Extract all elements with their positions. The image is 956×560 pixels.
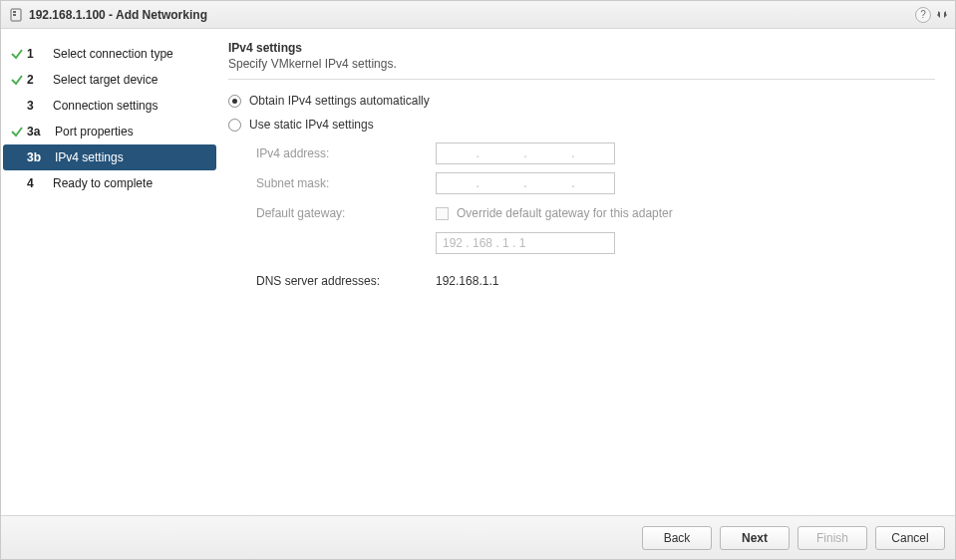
row-dns: DNS server addresses: 192.168.1.1	[256, 269, 935, 293]
step-label: Select connection type	[53, 47, 173, 61]
default-gateway-label: Default gateway:	[256, 206, 436, 220]
radio-label: Use static IPv4 settings	[249, 118, 374, 132]
window-title: 192.168.1.100 - Add Networking	[29, 8, 207, 22]
subnet-mask-input[interactable]: ...	[436, 172, 615, 194]
finish-button[interactable]: Finish	[797, 526, 867, 550]
svg-rect-1	[13, 11, 16, 13]
step-number: 3b	[27, 150, 55, 164]
content-pane: IPv4 settings Specify VMkernel IPv4 sett…	[218, 29, 955, 515]
ipv4-address-input[interactable]: ...	[436, 142, 615, 164]
radio-obtain-automatically[interactable]: Obtain IPv4 settings automatically	[228, 94, 935, 108]
radio-use-static[interactable]: Use static IPv4 settings	[228, 118, 935, 132]
wizard-steps-sidebar: 1 Select connection type 2 Select target…	[1, 29, 218, 515]
step-number: 3	[27, 99, 53, 113]
override-gateway-label: Override default gateway for this adapte…	[457, 206, 673, 220]
step-ipv4-settings[interactable]: 3b IPv4 settings	[3, 144, 216, 170]
cancel-button[interactable]: Cancel	[875, 526, 945, 550]
step-ready-to-complete[interactable]: 4 Ready to complete	[3, 170, 216, 196]
gateway-ip-value: 192 . 168 . 1 . 1	[443, 236, 525, 250]
row-subnet-mask: Subnet mask: ...	[256, 171, 935, 195]
subnet-mask-label: Subnet mask:	[256, 176, 436, 190]
step-label: Ready to complete	[53, 176, 153, 190]
content-title: IPv4 settings	[228, 41, 935, 55]
step-number: 1	[27, 47, 53, 61]
step-label: Port properties	[55, 125, 134, 139]
radio-icon	[228, 95, 241, 108]
step-label: Connection settings	[53, 99, 158, 113]
step-port-properties[interactable]: 3a Port properties	[3, 119, 216, 144]
content-subtitle: Specify VMkernel IPv4 settings.	[228, 57, 935, 71]
titlebar: 192.168.1.100 - Add Networking ?	[1, 1, 955, 29]
row-gateway-value: 192 . 168 . 1 . 1	[256, 231, 935, 255]
step-number: 3a	[27, 125, 55, 139]
override-gateway-checkbox[interactable]	[436, 207, 449, 220]
wizard-window: 192.168.1.100 - Add Networking ? 1	[0, 0, 956, 560]
radio-label: Obtain IPv4 settings automatically	[249, 94, 430, 108]
default-gateway-input[interactable]: 192 . 168 . 1 . 1	[436, 232, 615, 254]
host-icon	[9, 8, 23, 22]
step-number: 2	[27, 73, 53, 87]
next-button[interactable]: Next	[720, 526, 790, 550]
row-ipv4-address: IPv4 address: ...	[256, 141, 935, 165]
help-icon[interactable]: ?	[915, 7, 931, 23]
wizard-footer: Back Next Finish Cancel	[1, 515, 955, 559]
svg-rect-2	[13, 14, 16, 16]
checkmark-icon	[7, 47, 27, 61]
step-connection-settings[interactable]: 3 Connection settings	[3, 93, 216, 119]
step-label: IPv4 settings	[55, 150, 124, 164]
divider	[228, 79, 935, 80]
step-select-target-device[interactable]: 2 Select target device	[3, 67, 216, 93]
radio-icon	[228, 119, 241, 132]
checkmark-icon	[7, 73, 27, 87]
dns-value: 192.168.1.1	[436, 274, 498, 288]
ipv4-address-label: IPv4 address:	[256, 146, 436, 160]
checkmark-icon	[7, 125, 27, 139]
back-button[interactable]: Back	[642, 526, 712, 550]
step-label: Select target device	[53, 73, 158, 87]
row-default-gateway: Default gateway: Override default gatewa…	[256, 201, 935, 225]
step-select-connection-type[interactable]: 1 Select connection type	[3, 41, 216, 67]
expand-icon[interactable]	[935, 8, 949, 22]
dns-label: DNS server addresses:	[256, 274, 436, 288]
step-number: 4	[27, 176, 53, 190]
